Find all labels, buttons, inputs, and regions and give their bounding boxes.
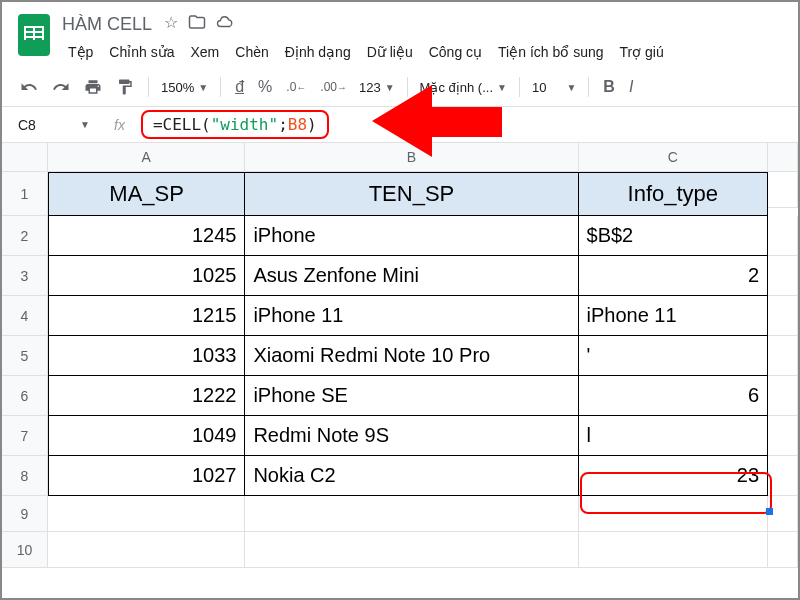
star-icon[interactable]: ☆: [164, 13, 178, 35]
name-box[interactable]: C8▼: [14, 113, 94, 137]
row-header[interactable]: 1: [2, 172, 48, 216]
cell[interactable]: iPhone 11: [245, 296, 578, 336]
row-header[interactable]: 4: [2, 296, 48, 336]
undo-button[interactable]: [14, 74, 44, 100]
cell[interactable]: 1222: [48, 376, 246, 416]
increase-decimal-button[interactable]: .00→: [314, 76, 353, 98]
cell[interactable]: [768, 416, 798, 456]
cell[interactable]: [245, 532, 578, 568]
row-header[interactable]: 8: [2, 456, 48, 496]
bold-button[interactable]: B: [597, 74, 621, 100]
cell[interactable]: [768, 296, 798, 336]
menu-insert[interactable]: Chèn: [229, 40, 274, 64]
italic-button[interactable]: I: [623, 74, 639, 100]
currency-button[interactable]: đ: [229, 74, 250, 100]
spreadsheet-grid: A B C 1 MA_SP TEN_SP Info_type 21245iPho…: [2, 143, 798, 568]
cell[interactable]: $B$2: [579, 216, 769, 256]
row-header[interactable]: 5: [2, 336, 48, 376]
cell[interactable]: 1025: [48, 256, 246, 296]
formula-input[interactable]: =CELL("width";B8): [141, 110, 329, 139]
cell[interactable]: iPhone: [245, 216, 578, 256]
menu-data[interactable]: Dữ liệu: [361, 40, 419, 64]
percent-button[interactable]: %: [252, 74, 278, 100]
cell[interactable]: 23: [579, 456, 769, 496]
cell[interactable]: MA_SP: [48, 172, 246, 216]
row-header[interactable]: 10: [2, 532, 48, 568]
cell[interactable]: [48, 496, 246, 532]
menu-format[interactable]: Định dạng: [279, 40, 357, 64]
annotation-arrow: [372, 85, 502, 155]
cell[interactable]: 1027: [48, 456, 246, 496]
row-header[interactable]: 9: [2, 496, 48, 532]
cell[interactable]: [768, 216, 798, 256]
cell[interactable]: TEN_SP: [245, 172, 578, 216]
menu-help[interactable]: Trợ giú: [614, 40, 670, 64]
cell[interactable]: [579, 532, 769, 568]
row-header[interactable]: 7: [2, 416, 48, 456]
menu-edit[interactable]: Chỉnh sửa: [103, 40, 180, 64]
move-icon[interactable]: [188, 13, 206, 35]
cell[interactable]: [768, 256, 798, 296]
col-header-c[interactable]: C: [579, 143, 769, 171]
redo-button[interactable]: [46, 74, 76, 100]
cell[interactable]: [768, 532, 798, 568]
cell[interactable]: Nokia C2: [245, 456, 578, 496]
cell[interactable]: iPhone 11: [579, 296, 769, 336]
cell[interactable]: 1033: [48, 336, 246, 376]
cell[interactable]: 2: [579, 256, 769, 296]
row-header[interactable]: 6: [2, 376, 48, 416]
cell[interactable]: [768, 376, 798, 416]
cell[interactable]: [245, 496, 578, 532]
cell[interactable]: 1215: [48, 296, 246, 336]
menu-bar: Tệp Chỉnh sửa Xem Chèn Định dạng Dữ liệu…: [62, 40, 786, 64]
paint-format-button[interactable]: [110, 74, 140, 100]
formula-bar: C8▼ fx =CELL("width";B8): [2, 107, 798, 143]
cell[interactable]: 1245: [48, 216, 246, 256]
cell[interactable]: ': [579, 336, 769, 376]
cell[interactable]: Xiaomi Redmi Note 10 Pro: [245, 336, 578, 376]
row-header[interactable]: 2: [2, 216, 48, 256]
cell[interactable]: iPhone SE: [245, 376, 578, 416]
document-title[interactable]: HÀM CELL: [62, 14, 152, 35]
row-header[interactable]: 3: [2, 256, 48, 296]
cell[interactable]: 1049: [48, 416, 246, 456]
col-header-d[interactable]: [768, 143, 798, 171]
cell[interactable]: Redmi Note 9S: [245, 416, 578, 456]
cell[interactable]: l: [579, 416, 769, 456]
select-all-corner[interactable]: [2, 143, 48, 171]
cell[interactable]: [579, 496, 769, 532]
cell[interactable]: 6: [579, 376, 769, 416]
fx-label: fx: [114, 117, 125, 133]
cell[interactable]: [768, 172, 798, 208]
decrease-decimal-button[interactable]: .0←: [280, 76, 312, 98]
cloud-icon[interactable]: [216, 13, 234, 35]
cell[interactable]: Asus Zenfone Mini: [245, 256, 578, 296]
menu-addons[interactable]: Tiện ích bổ sung: [492, 40, 609, 64]
menu-file[interactable]: Tệp: [62, 40, 99, 64]
cell[interactable]: [768, 496, 798, 532]
col-header-a[interactable]: A: [48, 143, 246, 171]
header: HÀM CELL ☆ Tệp Chỉnh sửa Xem Chèn Định d…: [2, 2, 798, 64]
zoom-select[interactable]: 150%▼: [157, 78, 212, 97]
fontsize-select[interactable]: 10▼: [528, 78, 580, 97]
cell[interactable]: [768, 336, 798, 376]
menu-tools[interactable]: Công cụ: [423, 40, 488, 64]
menu-view[interactable]: Xem: [185, 40, 226, 64]
cell[interactable]: [48, 532, 246, 568]
cell[interactable]: [768, 456, 798, 496]
print-button[interactable]: [78, 74, 108, 100]
sheets-logo[interactable]: [14, 10, 54, 60]
cell[interactable]: Info_type: [579, 172, 769, 216]
